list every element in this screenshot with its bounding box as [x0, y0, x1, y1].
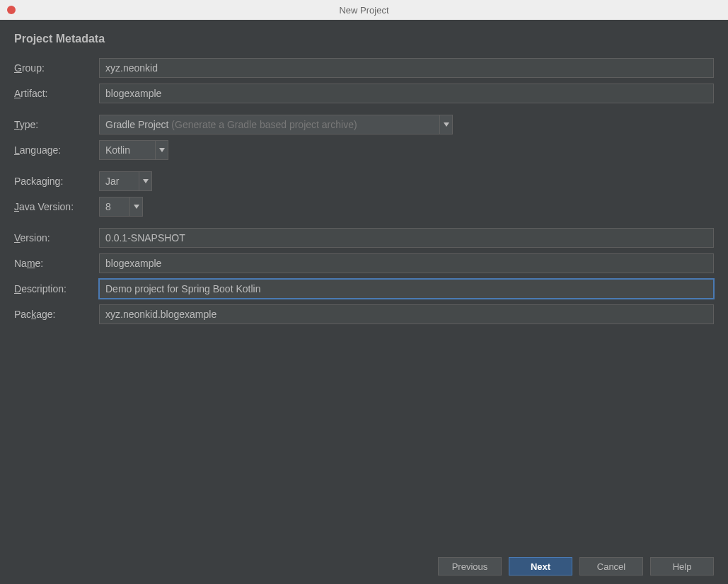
java-version-dropdown[interactable]: 8 [99, 197, 143, 217]
java-version-label: Java Version: [14, 201, 92, 212]
section-heading: Project Metadata [14, 33, 714, 45]
content-area: Project Metadata Group: Artifact: Type: … [0, 20, 728, 549]
type-row: Type: Gradle Project (Generate a Gradle … [14, 115, 714, 134]
chevron-down-icon [439, 115, 452, 134]
version-row: Version: [14, 228, 714, 248]
close-icon[interactable] [7, 6, 16, 14]
packaging-label: Packaging: [14, 176, 92, 187]
version-label: Version: [14, 232, 92, 244]
artifact-label: Artifact: [14, 88, 92, 99]
chevron-down-icon [129, 197, 142, 216]
packaging-row: Packaging: Jar [14, 171, 714, 191]
package-label: Package: [14, 309, 92, 320]
description-label: Description: [14, 283, 92, 294]
language-dropdown[interactable]: Kotlin [99, 140, 168, 160]
description-input[interactable] [99, 279, 714, 299]
type-label: Type: [14, 119, 92, 130]
button-bar: Previous Next Cancel Help [0, 549, 728, 584]
language-label: Language: [14, 144, 92, 156]
cancel-button[interactable]: Cancel [579, 557, 643, 576]
chevron-down-icon [155, 141, 168, 159]
next-button[interactable]: Next [509, 557, 572, 576]
description-row: Description: [14, 279, 714, 299]
name-row: Name: [14, 253, 714, 273]
java-version-row: Java Version: 8 [14, 197, 714, 217]
name-label: Name: [14, 258, 92, 269]
package-input[interactable] [99, 304, 714, 324]
group-label: Group: [14, 62, 92, 74]
packaging-dropdown[interactable]: Jar [99, 171, 152, 191]
package-row: Package: [14, 304, 714, 324]
name-input[interactable] [99, 253, 714, 273]
help-button[interactable]: Help [650, 557, 714, 576]
chevron-down-icon [139, 172, 151, 190]
language-row: Language: Kotlin [14, 140, 714, 160]
previous-button[interactable]: Previous [438, 557, 502, 576]
titlebar: New Project [0, 0, 728, 20]
group-row: Group: [14, 58, 714, 78]
window-controls [7, 6, 16, 14]
artifact-input[interactable] [99, 84, 714, 103]
artifact-row: Artifact: [14, 84, 714, 103]
type-dropdown[interactable]: Gradle Project (Generate a Gradle based … [99, 115, 453, 134]
version-input[interactable] [99, 228, 714, 248]
window-title: New Project [339, 5, 388, 16]
group-input[interactable] [99, 58, 714, 78]
